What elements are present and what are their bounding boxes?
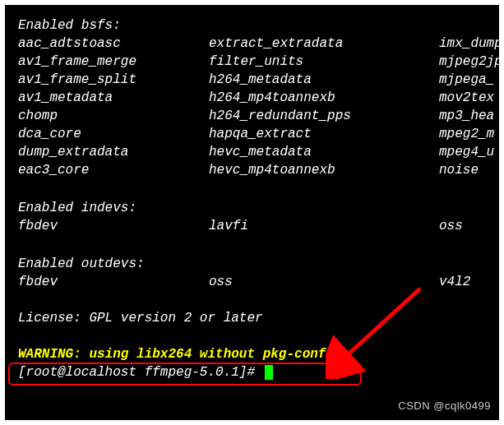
- prompt-text: [root@localhost ffmpeg-5.0.1]#: [18, 365, 263, 380]
- bsfs-cell: eac3_core: [18, 161, 209, 179]
- bsfs-header: Enabled bsfs:: [18, 16, 499, 35]
- terminal-output: Enabled bsfs: aac_adtstoasc extract_extr…: [5, 5, 499, 420]
- indevs-cell: fbdev: [18, 217, 209, 235]
- bsfs-cell: hevc_mp4toannexb: [209, 161, 439, 179]
- bsfs-row: eac3_core hevc_mp4toannexb noise: [18, 161, 499, 179]
- bsfs-cell: hapqa_extract: [209, 125, 439, 143]
- bsfs-cell: av1_frame_split: [18, 71, 209, 89]
- bsfs-cell: av1_metadata: [18, 89, 209, 107]
- bsfs-cell: mov2tex: [439, 89, 494, 107]
- blank-line: [18, 327, 499, 345]
- bsfs-row: av1_frame_split h264_metadata mjpega_: [18, 71, 499, 89]
- bsfs-row: av1_frame_merge filter_units mjpeg2jp: [18, 53, 499, 71]
- bsfs-cell: dca_core: [18, 125, 209, 143]
- bsfs-cell: mjpega_: [439, 71, 494, 89]
- bsfs-row: dca_core hapqa_extract mpeg2_m: [18, 125, 499, 143]
- blank-line: [18, 235, 499, 253]
- bsfs-cell: dump_extradata: [18, 143, 209, 161]
- outdevs-cell: fbdev: [18, 273, 209, 291]
- bsfs-cell: av1_frame_merge: [18, 53, 209, 71]
- indevs-cell: oss: [439, 217, 463, 235]
- blank-line: [18, 291, 499, 309]
- bsfs-cell: chomp: [18, 107, 209, 125]
- bsfs-row: aac_adtstoasc extract_extradata imx_dump: [18, 35, 499, 53]
- bsfs-cell: mpeg2_m: [439, 125, 494, 143]
- outdevs-row: fbdev oss v4l2: [18, 273, 499, 291]
- bsfs-row: av1_metadata h264_mp4toannexb mov2tex: [18, 89, 499, 107]
- bsfs-cell: noise: [439, 161, 479, 179]
- bsfs-row: chomp h264_redundant_pps mp3_hea: [18, 107, 499, 125]
- outdevs-cell: v4l2: [439, 273, 470, 291]
- bsfs-cell: filter_units: [209, 53, 439, 71]
- bsfs-cell: aac_adtstoasc: [18, 35, 209, 53]
- indevs-cell: lavfi: [209, 217, 439, 235]
- bsfs-cell: mp3_hea: [439, 107, 494, 125]
- outdevs-header: Enabled outdevs:: [18, 255, 499, 273]
- watermark: CSDN @cqlk0499: [398, 397, 491, 415]
- bsfs-cell: mpeg4_u: [439, 143, 494, 161]
- outdevs-cell: oss: [209, 273, 439, 291]
- indevs-header: Enabled indevs:: [18, 199, 499, 217]
- license-line: License: GPL version 2 or later: [18, 309, 499, 327]
- bsfs-cell: mjpeg2jp: [439, 53, 499, 71]
- shell-prompt[interactable]: [root@localhost ffmpeg-5.0.1]#: [18, 363, 499, 381]
- bsfs-cell: extract_extradata: [209, 35, 439, 53]
- bsfs-cell: h264_mp4toannexb: [209, 89, 439, 107]
- bsfs-cell: h264_metadata: [209, 71, 439, 89]
- bsfs-cell: hevc_metadata: [209, 143, 439, 161]
- blank-line: [18, 179, 499, 197]
- bsfs-cell: imx_dump: [439, 35, 499, 53]
- cursor-icon: [265, 365, 273, 380]
- indevs-row: fbdev lavfi oss: [18, 217, 499, 235]
- bsfs-row: dump_extradata hevc_metadata mpeg4_u: [18, 143, 499, 161]
- warning-line: WARNING: using libx264 without pkg-confi…: [18, 345, 499, 363]
- bsfs-cell: h264_redundant_pps: [209, 107, 439, 125]
